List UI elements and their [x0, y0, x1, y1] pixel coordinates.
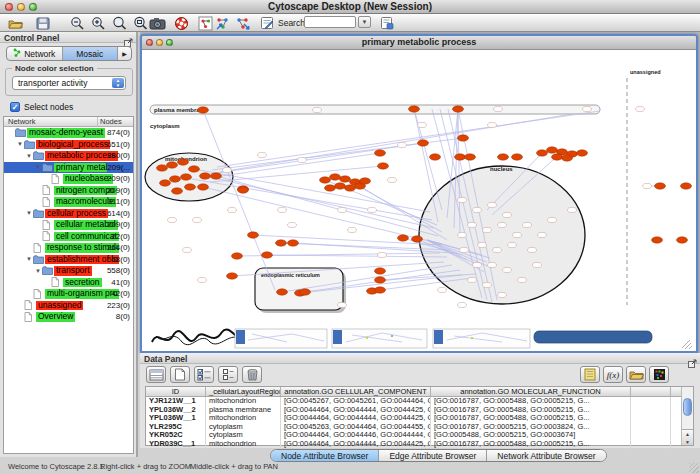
- network-node-pale[interactable]: [348, 227, 357, 232]
- network-node[interactable]: [360, 178, 371, 184]
- network-node[interactable]: [465, 154, 476, 160]
- tab-mosaic[interactable]: Mosaic: [63, 47, 119, 60]
- network-node-pale[interactable]: [458, 232, 467, 237]
- network-node[interactable]: [238, 187, 249, 193]
- tree-row-unassigned[interactable]: unassigned223(0): [4, 300, 133, 312]
- network-node-pale[interactable]: [388, 177, 397, 182]
- network-node[interactable]: [655, 183, 666, 189]
- table-row[interactable]: YPL036W__2plasma membrane[GO:0044464, GO…: [146, 406, 693, 415]
- network-node[interactable]: [288, 240, 299, 246]
- network-node-pale[interactable]: [523, 222, 532, 227]
- resize-grip[interactable]: [689, 463, 699, 473]
- import-attributes-icon[interactable]: [626, 366, 646, 383]
- create-attribute-icon[interactable]: [170, 366, 190, 383]
- open-icon[interactable]: [6, 15, 24, 31]
- network-node-pale[interactable]: [503, 267, 512, 272]
- search-dropdown-arrow[interactable]: ▼: [358, 16, 371, 28]
- network-node-pale[interactable]: [398, 142, 407, 147]
- network-node-pale[interactable]: [223, 167, 232, 172]
- column-header[interactable]: annotation.GO CELLULAR_COMPONENT: [281, 387, 431, 396]
- tab-overflow-arrow[interactable]: ▶: [118, 47, 131, 60]
- network-node-pale[interactable]: [468, 277, 477, 282]
- tree-row-mosaic-demo-yeast[interactable]: mosaic-demo-yeast874(0): [4, 127, 133, 139]
- table-row[interactable]: YDR039C__1mitochondrion[GO:0044464, GO:0…: [146, 440, 693, 449]
- network-node[interactable]: [325, 185, 336, 191]
- network-node-pale[interactable]: [568, 207, 577, 212]
- network-node-pale[interactable]: [473, 262, 482, 267]
- network-node-pale[interactable]: [418, 122, 427, 127]
- table-scrollbar[interactable]: ▲▼: [681, 387, 693, 445]
- matrix-view-icon[interactable]: [649, 366, 669, 383]
- network-node[interactable]: [170, 176, 181, 182]
- network-node[interactable]: [320, 177, 331, 183]
- disclosure-triangle-icon[interactable]: ▼: [34, 268, 42, 274]
- snapshot-icon[interactable]: [148, 15, 166, 31]
- network-node[interactable]: [398, 235, 409, 241]
- delete-attribute-icon[interactable]: [242, 366, 262, 383]
- network-node-pale[interactable]: [636, 106, 645, 111]
- network-node[interactable]: [547, 147, 558, 153]
- tree-row-cell-communicat[interactable]: cell communicat22(0): [4, 231, 133, 243]
- tree-row-establishment-of-lo[interactable]: ▼establishment of lo558(0): [4, 254, 133, 266]
- network-node-pale[interactable]: [528, 247, 537, 252]
- unselect-attributes-icon[interactable]: [218, 366, 238, 383]
- tree-row-biological-process[interactable]: ▼biological_process651(0): [4, 139, 133, 151]
- network-node[interactable]: [552, 154, 563, 160]
- network-node-pale[interactable]: [458, 197, 467, 202]
- network-node-pale[interactable]: [193, 217, 202, 222]
- node-color-dropdown[interactable]: transporter activity ▲▼: [12, 76, 126, 90]
- network-node[interactable]: [157, 165, 168, 171]
- network-node[interactable]: [562, 155, 573, 161]
- network-node[interactable]: [160, 180, 171, 186]
- function-builder-icon[interactable]: f(x): [603, 366, 623, 383]
- disclosure-triangle-icon[interactable]: ▼: [25, 153, 33, 159]
- network-node-pale[interactable]: [498, 292, 507, 297]
- network-node-pale[interactable]: [460, 247, 469, 252]
- network-node[interactable]: [330, 174, 341, 180]
- network-node-pale[interactable]: [518, 277, 527, 282]
- network-node[interactable]: [537, 150, 548, 156]
- network-node[interactable]: [277, 289, 288, 295]
- save-icon[interactable]: [34, 15, 52, 31]
- network-node-pale[interactable]: [468, 222, 477, 227]
- table-row[interactable]: YLR295Ccytoplasm[GO:0045263, GO:0044464,…: [146, 423, 693, 432]
- network-node[interactable]: [248, 232, 259, 238]
- tree-row-nitrogen-compo[interactable]: nitrogen compo209(0): [4, 185, 133, 197]
- network-overview-icon[interactable]: [196, 15, 214, 31]
- tab-network[interactable]: Network: [7, 47, 63, 60]
- zoom-in-icon[interactable]: [89, 15, 107, 31]
- network-node[interactable]: [198, 184, 209, 190]
- network-node-pale[interactable]: [368, 207, 377, 212]
- network-node-pale[interactable]: [478, 242, 487, 247]
- network-node-pale[interactable]: [313, 107, 322, 112]
- network-node[interactable]: [167, 162, 178, 168]
- network-node[interactable]: [189, 166, 200, 172]
- select-attributes-icon[interactable]: [194, 366, 214, 383]
- network-node-pale[interactable]: [483, 282, 492, 287]
- background-windows-strip[interactable]: [152, 329, 692, 349]
- network-node-pale[interactable]: [643, 183, 652, 188]
- network-view-titlebar[interactable]: primary metabolic process: [142, 36, 696, 50]
- network-node-pale[interactable]: [488, 202, 497, 207]
- zoom-out-icon[interactable]: [68, 15, 86, 31]
- network-node-pale[interactable]: [378, 252, 387, 257]
- attribute-list-icon[interactable]: [580, 366, 600, 383]
- zoom-selected-icon[interactable]: [110, 15, 128, 31]
- tree-row-nucleobase-[interactable]: nucleobase-209(0): [4, 173, 133, 185]
- table-row[interactable]: YKR052Ccytoplasm[GO:0044464, GO:0044446,…: [146, 431, 693, 440]
- network-node-pale[interactable]: [458, 302, 467, 307]
- disclosure-triangle-icon[interactable]: ▼: [16, 141, 24, 147]
- scrollbar-arrows[interactable]: ▲▼: [682, 429, 693, 445]
- column-header[interactable]: annotation.GO MOLECULAR_FUNCTION: [431, 387, 631, 396]
- network-node[interactable]: [512, 154, 523, 160]
- column-header[interactable]: [631, 387, 671, 396]
- network-node-pale[interactable]: [228, 207, 237, 212]
- network-node-pale[interactable]: [278, 207, 287, 212]
- network-node[interactable]: [681, 183, 692, 189]
- network-node-pale[interactable]: [473, 207, 482, 212]
- network-node[interactable]: [340, 176, 351, 182]
- network-node[interactable]: [345, 185, 356, 191]
- network-node-pale[interactable]: [338, 207, 347, 212]
- network-node[interactable]: [375, 268, 386, 274]
- network-node[interactable]: [200, 173, 211, 179]
